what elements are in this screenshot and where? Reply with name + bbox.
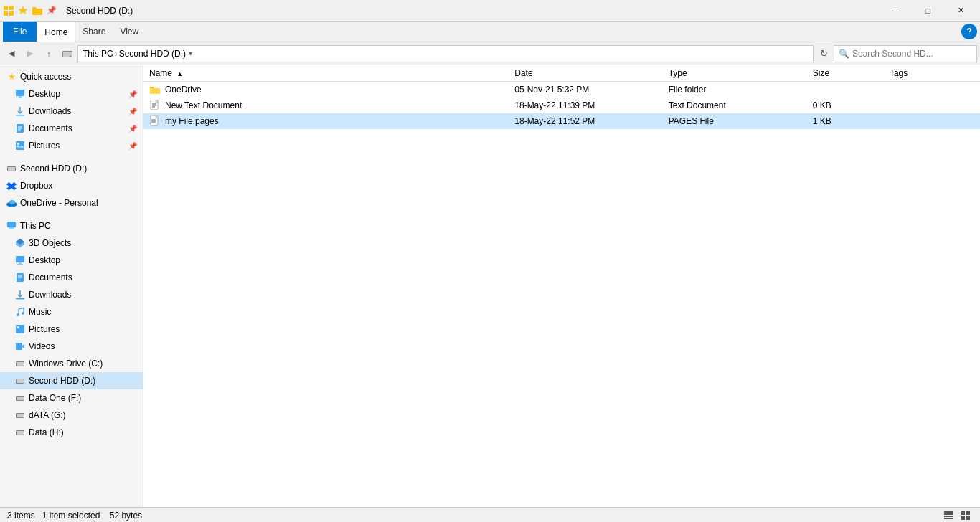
file-type-onedrive: File folder xyxy=(663,82,807,98)
sidebar-item-windows-drive[interactable]: Windows Drive (C:) xyxy=(0,355,143,372)
help-button[interactable]: ? xyxy=(961,24,977,39)
sidebar-item-documents2[interactable]: Documents xyxy=(0,269,143,286)
svg-rect-58 xyxy=(944,516,953,517)
path-separator-1: › xyxy=(115,49,118,59)
sidebar-label-documents2: Documents xyxy=(29,272,72,283)
sidebar-item-this-pc[interactable]: This PC xyxy=(0,217,143,234)
maximize-button[interactable]: □ xyxy=(911,0,944,22)
sidebar-item-data-h[interactable]: Data (H:) xyxy=(0,424,143,441)
drive-icon-data-g xyxy=(14,409,26,421)
pin-icon-downloads1: 📌 xyxy=(128,108,137,115)
svg-rect-9 xyxy=(17,98,23,98)
forward-button[interactable]: ▶ xyxy=(22,45,39,62)
sidebar-item-quick-access[interactable]: ★ Quick access xyxy=(0,68,143,85)
sidebar-item-downloads1[interactable]: Downloads 📌 xyxy=(0,103,143,120)
sidebar-item-data-one[interactable]: Data One (F:) xyxy=(0,389,143,407)
sidebar-label-onedrive: OneDrive - Personal xyxy=(20,198,98,208)
quick-access-icon[interactable] xyxy=(17,5,29,16)
sidebar-label-desktop2: Desktop xyxy=(29,255,60,265)
search-input[interactable] xyxy=(852,49,972,59)
folder-icon-title[interactable] xyxy=(32,5,43,16)
pin-icon-documents1: 📌 xyxy=(128,125,137,133)
svg-rect-8 xyxy=(19,96,22,98)
file-size-textdoc: 0 KB xyxy=(807,98,884,113)
col-header-type[interactable]: Type xyxy=(663,65,807,82)
sidebar-item-downloads2[interactable]: Downloads xyxy=(0,286,143,303)
pin-icon-desktop1: 📌 xyxy=(128,90,137,98)
svg-rect-0 xyxy=(4,6,8,10)
sidebar-item-dropbox[interactable]: Dropbox xyxy=(0,177,143,194)
svg-rect-24 xyxy=(9,229,14,229)
title-bar-controls: ─ □ ✕ xyxy=(878,0,977,22)
ribbon-tabs: File Home Share View ? xyxy=(0,22,980,42)
sidebar-item-documents1[interactable]: Documents 📌 xyxy=(0,120,143,137)
svg-point-37 xyxy=(17,326,19,328)
details-view-button[interactable] xyxy=(941,508,956,523)
col-header-size[interactable]: Size xyxy=(807,65,884,82)
svg-rect-15 xyxy=(16,141,24,150)
svg-rect-59 xyxy=(944,518,953,519)
large-icons-view-button[interactable] xyxy=(958,508,973,523)
desktop-icon xyxy=(14,88,26,100)
file-size-pages: 1 KB xyxy=(807,113,884,129)
svg-point-6 xyxy=(70,55,71,57)
tab-home[interactable]: Home xyxy=(37,22,75,42)
pictures-icon-2 xyxy=(14,323,26,335)
table-row[interactable]: OneDrive 05-Nov-21 5:32 PM File folder xyxy=(143,82,980,98)
minimize-button[interactable]: ─ xyxy=(878,0,911,22)
svg-rect-41 xyxy=(17,362,24,366)
3dobjects-icon xyxy=(14,237,26,249)
drive-nav-icon xyxy=(62,48,73,60)
svg-rect-55 xyxy=(151,119,156,123)
sidebar-item-onedrive[interactable]: OneDrive - Personal xyxy=(0,194,143,212)
table-row[interactable]: my File.pages 18-May-22 11:52 PM PAGES F… xyxy=(143,113,980,129)
table-row[interactable]: New Text Document 18-May-22 11:39 PM Tex… xyxy=(143,98,980,113)
address-path[interactable]: This PC › Second HDD (D:) ▾ xyxy=(77,45,814,62)
path-dropdown-arrow[interactable]: ▾ xyxy=(189,49,192,57)
close-button[interactable]: ✕ xyxy=(944,0,977,22)
file-name-cell-pages: my File.pages xyxy=(143,113,509,129)
search-box: 🔍 xyxy=(834,45,977,62)
onedrive-icon xyxy=(6,197,17,209)
sidebar-item-pictures1[interactable]: Pictures 📌 xyxy=(0,137,143,154)
sidebar-item-second-hdd-nav[interactable]: Second HDD (D:) xyxy=(0,160,143,177)
file-type-pages: PAGES File xyxy=(663,113,807,129)
sidebar-item-pictures2[interactable]: Pictures xyxy=(0,321,143,338)
desktop-icon-2 xyxy=(14,255,26,266)
sidebar-item-second-hdd-active[interactable]: Second HDD (D:) xyxy=(0,372,143,389)
col-header-date[interactable]: Date xyxy=(509,65,662,82)
file-date-pages: 18-May-22 11:52 PM xyxy=(509,113,662,129)
refresh-button[interactable]: ↻ xyxy=(815,45,832,62)
file-table: Name ▲ Date Type Size Tags xyxy=(143,65,980,129)
sidebar-item-desktop2[interactable]: Desktop xyxy=(0,252,143,269)
sidebar-label-data-h: Data (H:) xyxy=(29,427,64,437)
sidebar-item-music[interactable]: Music xyxy=(0,303,143,321)
sidebar-item-3d-objects[interactable]: 3D Objects xyxy=(0,234,143,252)
title-bar: 📌 Second HDD (D:) ─ □ ✕ xyxy=(0,0,980,22)
col-header-tags[interactable]: Tags xyxy=(884,65,980,82)
tab-file[interactable]: File xyxy=(3,22,37,42)
svg-rect-57 xyxy=(944,513,953,515)
svg-rect-3 xyxy=(9,11,14,16)
sidebar-label-pictures1: Pictures xyxy=(29,141,60,151)
pin-title-icon[interactable]: 📌 xyxy=(46,5,57,16)
drive-icon-data-one xyxy=(14,392,26,404)
tab-view[interactable]: View xyxy=(113,22,146,42)
tab-share[interactable]: Share xyxy=(75,22,113,42)
sidebar-item-videos[interactable]: Videos xyxy=(0,338,143,355)
file-size-onedrive xyxy=(807,82,884,98)
title-bar-app-icon xyxy=(3,5,14,16)
title-bar-left: 📌 Second HDD (D:) xyxy=(3,5,878,16)
sidebar-label-documents1: Documents xyxy=(29,123,72,133)
pin-icon-pictures1: 📌 xyxy=(128,142,137,150)
pc-icon xyxy=(6,220,17,232)
sidebar-label-music: Music xyxy=(29,307,51,317)
sidebar-item-desktop1[interactable]: Desktop 📌 xyxy=(0,85,143,103)
file-table-header: Name ▲ Date Type Size Tags xyxy=(143,65,980,82)
up-button[interactable]: ↑ xyxy=(40,45,57,62)
col-header-name[interactable]: Name ▲ xyxy=(143,65,509,82)
sidebar-item-data-g[interactable]: dATA (G:) xyxy=(0,407,143,424)
svg-rect-63 xyxy=(966,516,970,520)
back-button[interactable]: ◀ xyxy=(3,45,20,62)
file-name-pages: my File.pages xyxy=(165,116,219,126)
